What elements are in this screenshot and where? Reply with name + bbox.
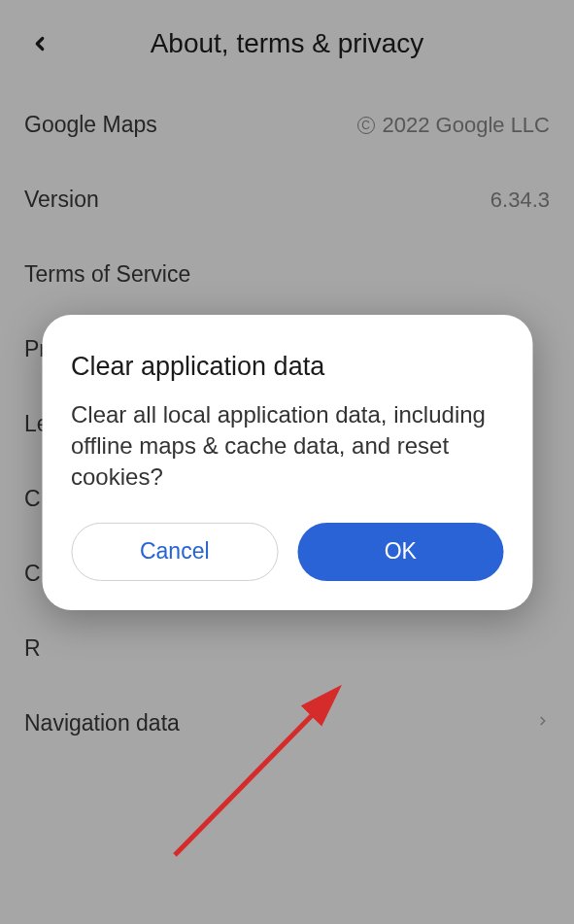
dialog-actions: Cancel OK — [71, 523, 503, 581]
clear-data-dialog: Clear application data Clear all local a… — [42, 314, 532, 609]
dialog-body: Clear all local application data, includ… — [71, 398, 503, 493]
ok-button[interactable]: OK — [298, 523, 504, 581]
cancel-button[interactable]: Cancel — [71, 523, 279, 581]
dialog-title: Clear application data — [71, 351, 503, 381]
